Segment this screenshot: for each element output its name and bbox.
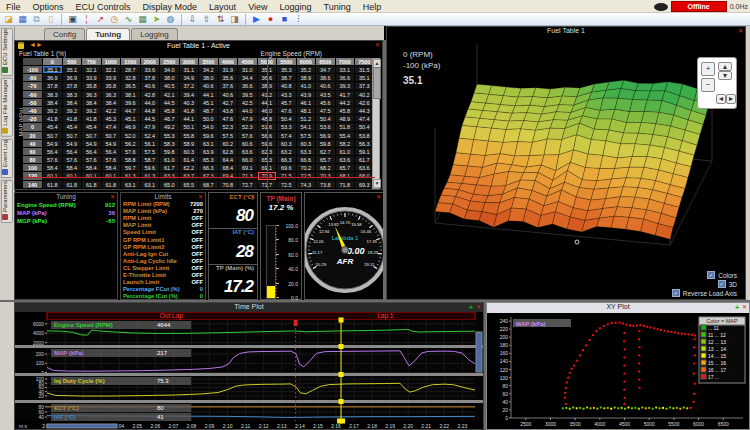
- fuel-cell[interactable]: 60.3: [277, 140, 297, 148]
- fuel-cell[interactable]: 52.4: [141, 132, 161, 140]
- sidebar-tab-event-log[interactable]: Event Log: [1, 139, 13, 178]
- fuel-cell[interactable]: 45.4: [43, 123, 63, 131]
- scroll-down-icon[interactable]: ▼: [373, 179, 381, 188]
- rotate-down-button[interactable]: ▾: [718, 71, 732, 80]
- fuel-cell[interactable]: 39.4: [180, 91, 200, 99]
- tab-config[interactable]: Config: [44, 28, 85, 40]
- fuel-cell[interactable]: 66.3: [199, 164, 219, 172]
- menu-logging[interactable]: Logging: [273, 2, 317, 12]
- menu-ecu-controls[interactable]: ECU Controls: [70, 2, 137, 12]
- fuel-cell[interactable]: 61.8: [63, 181, 83, 189]
- fuel-cell[interactable]: 41.8: [43, 115, 63, 123]
- fuel-cell[interactable]: 39.6: [121, 99, 141, 107]
- fuel-cell[interactable]: 43.5: [316, 91, 336, 99]
- fuel-cell[interactable]: 35.8: [82, 82, 102, 90]
- fuel-cell[interactable]: 42.1: [160, 91, 180, 99]
- fuel-cell[interactable]: 35.3: [277, 66, 297, 74]
- fuel-cell[interactable]: 58.4: [43, 164, 63, 172]
- fuel-cell[interactable]: 54.9: [43, 140, 63, 148]
- cursor-handle[interactable]: [339, 399, 344, 404]
- fuel-cell[interactable]: 46.9: [121, 123, 141, 131]
- fuel-cell[interactable]: 56.2: [121, 140, 141, 148]
- checkbox-3d[interactable]: ✓3D: [718, 280, 737, 288]
- fuel-cell[interactable]: 68.4: [219, 164, 239, 172]
- fuel-cell[interactable]: 48.9: [336, 115, 356, 123]
- fuel-cell[interactable]: 58.4: [82, 164, 102, 172]
- fuel-cell[interactable]: 58.7: [141, 156, 161, 164]
- fuel-cell[interactable]: 74.3: [297, 181, 317, 189]
- menu-options[interactable]: Options: [27, 2, 70, 12]
- fuel-cell[interactable]: 37.6: [219, 82, 239, 90]
- fuel-cell[interactable]: 52.3: [219, 123, 239, 131]
- fuel-cell[interactable]: 36.9: [63, 74, 83, 82]
- fuel-cell[interactable]: 38.9: [297, 74, 317, 82]
- fuel-cell[interactable]: 70.2: [297, 164, 317, 172]
- fuel-cell[interactable]: 57.6: [102, 156, 122, 164]
- fuel-cell[interactable]: 50.7: [102, 132, 122, 140]
- fuel-cell[interactable]: 62.7: [316, 148, 336, 156]
- fuel-cell[interactable]: 36.9: [43, 74, 63, 82]
- tab-tuning[interactable]: Tuning: [86, 28, 130, 40]
- fuel-cell[interactable]: 57.6: [63, 156, 83, 164]
- fuel-cell[interactable]: 50.7: [63, 132, 83, 140]
- fuel-cell[interactable]: 63.1: [199, 140, 219, 148]
- ecu-read-icon[interactable]: ⇩: [187, 14, 198, 25]
- fuel-cell[interactable]: 61.8: [102, 181, 122, 189]
- fuel-cell[interactable]: 38.4: [102, 99, 122, 107]
- fuel-cell[interactable]: 59.6: [141, 164, 161, 172]
- fuel-cell[interactable]: 54.9: [102, 140, 122, 148]
- cursor-handle[interactable]: [339, 344, 344, 349]
- fuel-cell[interactable]: 40.3: [180, 99, 200, 107]
- close-icon[interactable]: ✕: [476, 304, 481, 310]
- fuel-cell[interactable]: 40.5: [160, 82, 180, 90]
- fuel-cell[interactable]: 49.2: [160, 123, 180, 131]
- fuel-cell[interactable]: 41.7: [336, 91, 356, 99]
- open-file-icon[interactable]: ◪: [3, 14, 14, 25]
- fuel-cell[interactable]: 35.1: [63, 66, 83, 74]
- fuel-cell[interactable]: 45.4: [82, 123, 102, 131]
- fuel-cell[interactable]: 50.4: [316, 115, 336, 123]
- fuel-cell[interactable]: 54.9: [82, 140, 102, 148]
- fuel-cell[interactable]: 71.8: [336, 181, 356, 189]
- menu-tuning[interactable]: Tuning: [318, 2, 357, 12]
- fuel-cell[interactable]: 50.1: [180, 123, 200, 131]
- fuel-cell[interactable]: 47.4: [102, 123, 122, 131]
- fuel-cell[interactable]: 72.5: [277, 181, 297, 189]
- fuel-cell[interactable]: 39.2: [63, 107, 83, 115]
- fuel-cell[interactable]: 60.6: [238, 140, 258, 148]
- fuel-cell[interactable]: 43.9: [297, 91, 317, 99]
- fuel-cell[interactable]: 37.8: [43, 82, 63, 90]
- fuel-cell[interactable]: 34.2: [199, 66, 219, 74]
- track-separator[interactable]: [15, 345, 483, 348]
- fuel-cell[interactable]: 61.0: [336, 148, 356, 156]
- fuel-cell[interactable]: 31.0: [238, 66, 258, 74]
- fuel-cell[interactable]: 44.7: [121, 107, 141, 115]
- fuel-cell[interactable]: 57.4: [277, 132, 297, 140]
- add-channel-icon[interactable]: +: [469, 304, 473, 311]
- fuel-cell[interactable]: 53.6: [316, 123, 336, 131]
- fuel-cell[interactable]: 51.8: [336, 123, 356, 131]
- screenshot-icon[interactable]: ▣: [67, 14, 78, 25]
- fuel-cell[interactable]: 45.4: [63, 123, 83, 131]
- graph-icon[interactable]: ∿: [123, 14, 134, 25]
- save-icon[interactable]: ▦: [17, 14, 28, 25]
- menu-help[interactable]: Help: [357, 2, 388, 12]
- fuel-cell[interactable]: 57.6: [43, 156, 63, 164]
- fuel-cell[interactable]: 50.4: [277, 115, 297, 123]
- fuel-cell[interactable]: 36.5: [121, 82, 141, 90]
- fuel-cell[interactable]: 42.2: [102, 107, 122, 115]
- fuel-cell[interactable]: 46.7: [160, 115, 180, 123]
- close-icon[interactable]: ✕: [198, 194, 203, 200]
- fuel-table-scrollbar[interactable]: ▲ ▼: [372, 58, 380, 189]
- fuel-cell[interactable]: 47.6: [219, 115, 239, 123]
- fuel-cell[interactable]: 56.4: [82, 148, 102, 156]
- fuel-cell[interactable]: 40.6: [199, 82, 219, 90]
- fuel-cell[interactable]: 44.5: [141, 115, 161, 123]
- fuel-cell[interactable]: 41.8: [82, 115, 102, 123]
- fuel-cell[interactable]: 60.3: [180, 148, 200, 156]
- fuel-cell[interactable]: 47.5: [316, 107, 336, 115]
- marker-icon[interactable]: ¦: [81, 14, 92, 25]
- fuel-cell[interactable]: 37.8: [141, 74, 161, 82]
- fuel-cell[interactable]: 47.9: [141, 123, 161, 131]
- fuel-cell[interactable]: 61.8: [82, 181, 102, 189]
